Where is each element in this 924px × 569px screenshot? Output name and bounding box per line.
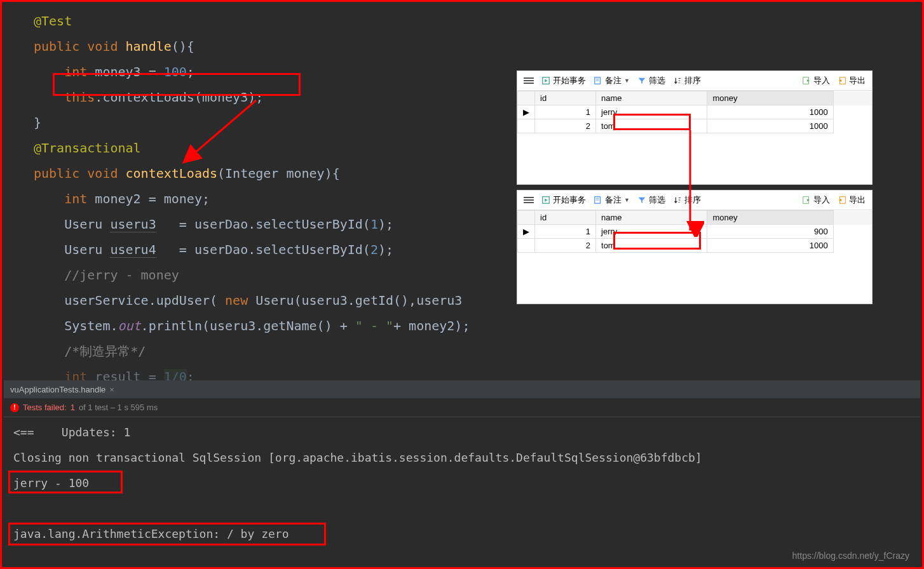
highlight-box-jerry-output bbox=[8, 471, 123, 493]
close-icon[interactable]: × bbox=[109, 385, 114, 394]
row-indicator-icon: ▶ bbox=[518, 105, 535, 119]
svg-marker-9 bbox=[674, 82, 677, 84]
run-tab-bar: vuApplicationTests.handle × bbox=[4, 380, 920, 398]
sort-button[interactable]: 排序 bbox=[673, 75, 701, 86]
annotation-transactional: @Transactional bbox=[34, 140, 141, 156]
tests-failed-label: Tests failed: bbox=[23, 403, 67, 412]
remark-button[interactable]: 备注 ▼ bbox=[594, 194, 630, 206]
watermark: https://blog.csdn.net/y_fCrazy bbox=[792, 551, 909, 561]
tests-failed-count: 1 bbox=[71, 403, 75, 412]
dropdown-arrow-icon: ▼ bbox=[624, 197, 630, 203]
tests-failed-detail: of 1 test – 1 s 595 ms bbox=[79, 403, 158, 412]
console-line: jerry - 100 bbox=[13, 471, 911, 496]
tab-name[interactable]: vuApplicationTests.handle bbox=[10, 385, 105, 394]
db-toolbar: 开始事务 备注 ▼ 筛选 排序 导入 导出 bbox=[517, 71, 872, 91]
import-button[interactable]: 导入 bbox=[802, 194, 830, 206]
svg-marker-18 bbox=[545, 198, 547, 201]
test-status-bar: ! Tests failed: 1 of 1 test – 1 s 595 ms bbox=[4, 398, 920, 417]
svg-marker-3 bbox=[545, 79, 547, 82]
db-toolbar: 开始事务 备注 ▼ 筛选 排序 导入 导出 bbox=[517, 191, 872, 210]
table-row[interactable]: ▶ 1 jerry 1000 bbox=[518, 105, 872, 119]
highlight-box-contextloads-call bbox=[53, 73, 301, 96]
row-indicator-icon: ▶ bbox=[518, 225, 535, 239]
col-name[interactable]: name bbox=[596, 211, 707, 225]
col-id[interactable]: id bbox=[535, 211, 596, 225]
filter-button[interactable]: 筛选 bbox=[637, 75, 665, 86]
start-transaction-button[interactable]: 开始事务 bbox=[541, 75, 586, 86]
import-button[interactable]: 导入 bbox=[802, 75, 830, 86]
table-row[interactable]: 2 tom 1000 bbox=[518, 119, 872, 133]
col-money[interactable]: money bbox=[707, 211, 833, 225]
highlight-box-money-1000 bbox=[613, 114, 691, 130]
col-id[interactable]: id bbox=[535, 91, 596, 105]
db-table-before[interactable]: id name money ▶ 1 jerry 1000 2 tom 1000 bbox=[517, 91, 872, 133]
annotation-test: @Test bbox=[34, 13, 72, 29]
highlight-box-money-900 bbox=[613, 232, 701, 250]
highlight-box-exception bbox=[8, 523, 326, 546]
svg-marker-7 bbox=[639, 78, 646, 84]
console-line: <== Updates: 1 bbox=[13, 420, 911, 445]
start-transaction-button[interactable]: 开始事务 bbox=[541, 194, 586, 206]
col-money[interactable]: money bbox=[707, 91, 833, 105]
svg-marker-24 bbox=[674, 201, 677, 204]
remark-button[interactable]: 备注 ▼ bbox=[594, 75, 630, 86]
sort-button[interactable]: 排序 bbox=[673, 194, 701, 206]
hamburger-icon[interactable] bbox=[524, 196, 534, 204]
svg-marker-22 bbox=[639, 197, 646, 204]
filter-button[interactable]: 筛选 bbox=[637, 194, 665, 206]
export-button[interactable]: 导出 bbox=[838, 194, 866, 206]
col-name[interactable]: name bbox=[596, 91, 707, 105]
hamburger-icon[interactable] bbox=[524, 76, 534, 85]
db-panel-before: 开始事务 备注 ▼ 筛选 排序 导入 导出 id name money ▶ 1 … bbox=[517, 70, 873, 185]
export-button[interactable]: 导出 bbox=[838, 75, 866, 86]
fail-icon: ! bbox=[10, 403, 19, 412]
dropdown-arrow-icon: ▼ bbox=[624, 77, 630, 84]
console-line: Closing non transactional SqlSession [or… bbox=[13, 445, 911, 471]
